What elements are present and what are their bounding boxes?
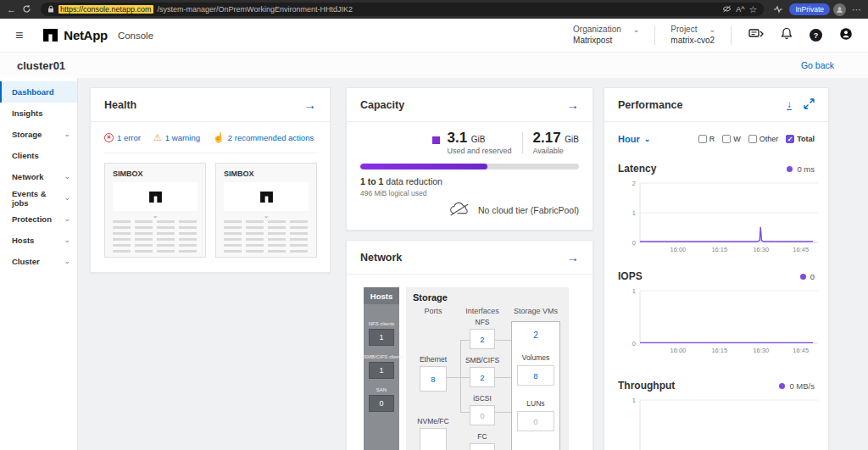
browser-toolbar: ← https://console.netapp.com /system-man… bbox=[0, 0, 868, 19]
node-image bbox=[113, 182, 198, 211]
console-switcher-icon[interactable] bbox=[748, 28, 764, 43]
interface-value[interactable]: 2 bbox=[470, 367, 495, 387]
warning-link[interactable]: ⚠ 1 warning bbox=[153, 132, 200, 143]
volumes-label: Volumes bbox=[512, 353, 559, 362]
filter-w[interactable]: W bbox=[722, 135, 741, 143]
inprivate-badge[interactable]: InPrivate bbox=[789, 3, 830, 15]
netapp-logo[interactable]: NetApp bbox=[43, 28, 108, 42]
error-link[interactable]: ✕ 1 error bbox=[104, 133, 141, 142]
interface-label: NFS bbox=[462, 318, 503, 326]
favorites-star-icon[interactable]: ☆ bbox=[749, 5, 758, 14]
go-back-link[interactable]: Go back bbox=[801, 60, 834, 70]
project-picker[interactable]: Project⌄ matrix-cvo2 bbox=[670, 25, 715, 46]
checkbox-icon[interactable]: ✓ bbox=[786, 135, 794, 143]
storage-vms-count: 2 bbox=[512, 331, 559, 340]
svg-text:16:00: 16:00 bbox=[670, 246, 686, 253]
back-icon[interactable]: ← bbox=[7, 5, 16, 14]
read-aloud-icon[interactable]: A^ bbox=[736, 6, 744, 14]
checkbox-icon[interactable] bbox=[748, 135, 757, 143]
brand-name: NetApp bbox=[64, 28, 108, 42]
chevron-down-icon: ⌄ bbox=[64, 175, 70, 179]
svg-text:0: 0 bbox=[632, 340, 636, 347]
host-row-value: 1 bbox=[369, 329, 394, 346]
sidebar-item-insights[interactable]: Insights bbox=[0, 103, 77, 124]
host-row-label: SAN bbox=[364, 387, 399, 392]
notifications-bell-icon[interactable] bbox=[781, 27, 793, 43]
app-header: ≡ NetApp Console Organization⌄ Matrixpos… bbox=[0, 19, 868, 53]
throughput-title: Throughput bbox=[618, 380, 675, 392]
interface-value[interactable] bbox=[470, 443, 495, 450]
refresh-icon[interactable] bbox=[22, 2, 31, 17]
browser-essentials-icon[interactable] bbox=[773, 2, 783, 17]
data-reduction-text: 1 to 1 data reduction bbox=[360, 176, 579, 186]
sidebar-item-dashboard[interactable]: Dashboard bbox=[0, 81, 77, 103]
svg-text:0: 0 bbox=[632, 239, 636, 247]
url-path: /system-manager/OnPremWorkingEnvironment… bbox=[158, 5, 353, 14]
download-icon[interactable]: ↓ bbox=[787, 99, 792, 111]
tracking-prevention-icon[interactable] bbox=[722, 5, 732, 14]
account-icon[interactable] bbox=[839, 27, 853, 44]
filter-total[interactable]: ✓Total bbox=[786, 135, 815, 143]
page-title: cluster01 bbox=[17, 59, 65, 72]
chevron-down-icon: ⌄ bbox=[64, 238, 70, 242]
node-card[interactable]: SIMBOX ⌄ bbox=[215, 163, 317, 258]
network-open-arrow-icon[interactable]: → bbox=[566, 250, 579, 264]
filter-other[interactable]: Other bbox=[748, 135, 779, 143]
interface-label: iSCSI bbox=[462, 394, 503, 403]
sidebar-item-network[interactable]: Network⌄ bbox=[0, 166, 77, 187]
interface-item: iSCSI0 bbox=[462, 394, 503, 425]
storage-panel-title: Storage bbox=[413, 292, 448, 303]
expand-icon[interactable] bbox=[804, 97, 815, 113]
sidebar-item-cluster[interactable]: Cluster⌄ bbox=[0, 251, 77, 272]
performance-card: Performance ↓ Hour ⌄ RWOther✓Total Laten… bbox=[604, 87, 829, 450]
storage-panel: Storage Ports Interfaces Storage VMs Eth… bbox=[406, 287, 569, 450]
organization-picker[interactable]: Organization⌄ Matrixpost bbox=[573, 25, 639, 46]
sidebar-item-events-jobs[interactable]: Events & jobs⌄ bbox=[0, 187, 77, 208]
health-open-arrow-icon[interactable]: → bbox=[303, 97, 316, 112]
network-card: Network → Hosts NFS clients1SMB/CIFS cli… bbox=[346, 240, 593, 450]
capacity-open-arrow-icon[interactable]: → bbox=[566, 97, 579, 112]
port-value[interactable] bbox=[420, 428, 447, 450]
period-dropdown[interactable]: Hour ⌄ bbox=[618, 134, 650, 144]
address-bar[interactable]: https://console.netapp.com /system-manag… bbox=[41, 3, 764, 16]
network-title: Network bbox=[360, 252, 402, 264]
sidebar-item-storage[interactable]: Storage⌄ bbox=[0, 124, 77, 145]
browser-menu-icon[interactable]: ⋯ bbox=[852, 5, 861, 14]
error-icon: ✕ bbox=[104, 133, 114, 142]
node-skeleton-lines bbox=[113, 220, 198, 253]
luns-label: LUNs bbox=[512, 399, 559, 408]
help-icon[interactable]: ? bbox=[810, 29, 822, 42]
used-caption: Used and reserved bbox=[447, 147, 511, 155]
svg-text:16:15: 16:15 bbox=[711, 347, 727, 354]
browser-profile-avatar[interactable] bbox=[833, 3, 846, 16]
interface-value[interactable]: 0 bbox=[470, 405, 495, 425]
project-value: matrix-cvo2 bbox=[670, 36, 715, 47]
checkbox-icon[interactable] bbox=[698, 135, 707, 143]
used-legend-swatch bbox=[432, 136, 440, 144]
luns-value[interactable]: 0 bbox=[517, 411, 554, 431]
port-label: NVMe/FC bbox=[413, 417, 453, 425]
svg-text:16:30: 16:30 bbox=[753, 347, 769, 354]
checkbox-icon[interactable] bbox=[722, 135, 731, 143]
node-skeleton-lines bbox=[224, 220, 309, 253]
node-card[interactable]: SIMBOX ⌄ bbox=[104, 163, 206, 258]
storage-vms-column-header: Storage VMs bbox=[509, 307, 562, 315]
filter-r[interactable]: R bbox=[698, 135, 715, 143]
used-unit: GiB bbox=[471, 135, 486, 144]
svg-text:1: 1 bbox=[632, 397, 636, 404]
available-caption: Available bbox=[533, 147, 580, 155]
recommended-actions-link[interactable]: ☝ 2 recommended actions bbox=[213, 132, 314, 143]
sidebar-item-hosts[interactable]: Hosts⌄ bbox=[0, 230, 77, 251]
used-value: 3.1 bbox=[447, 130, 467, 146]
latency-title: Latency bbox=[618, 163, 656, 175]
hamburger-menu-icon[interactable]: ≡ bbox=[15, 28, 23, 43]
chevron-down-icon: ⌄ bbox=[64, 217, 70, 221]
sidebar-item-clients[interactable]: Clients bbox=[0, 145, 77, 166]
product-name: Console bbox=[118, 31, 153, 41]
volumes-value[interactable]: 8 bbox=[517, 365, 554, 386]
interfaces-column: NFS2SMB/CIFS2iSCSI0FC bbox=[462, 318, 503, 450]
port-value[interactable]: 8 bbox=[420, 366, 447, 392]
interface-value[interactable]: 2 bbox=[470, 329, 495, 349]
sidebar-item-protection[interactable]: Protection⌄ bbox=[0, 208, 77, 230]
hosts-rows: NFS clients1SMB/CIFS clients1SAN0 bbox=[364, 304, 399, 412]
